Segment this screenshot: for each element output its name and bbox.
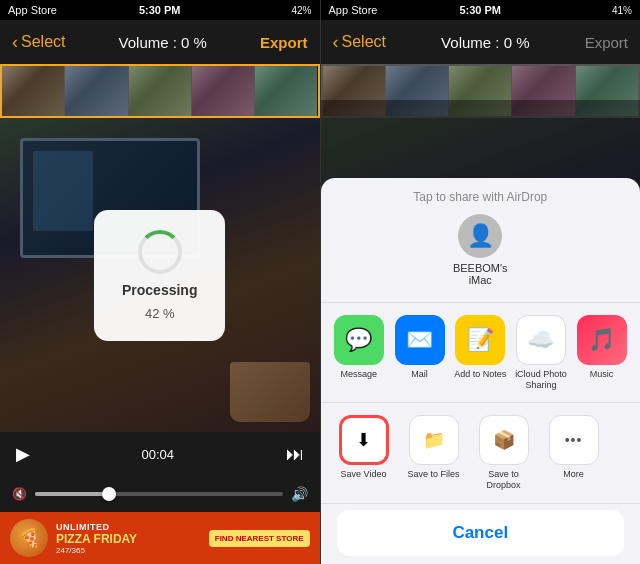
notes-label: Add to Notes xyxy=(454,369,506,380)
left-nav-title: Volume : 0 % xyxy=(119,34,207,51)
music-icon: 🎵 xyxy=(577,315,627,365)
cancel-button[interactable]: Cancel xyxy=(337,510,625,556)
time-display: 00:04 xyxy=(30,447,286,462)
right-carrier: App Store xyxy=(329,4,378,16)
message-label: Message xyxy=(341,369,378,380)
ad-line2: PIZZA FRIDAY xyxy=(56,532,137,546)
thumbnail-1[interactable] xyxy=(2,66,65,116)
left-chevron-icon: ‹ xyxy=(12,32,18,53)
mail-icon: ✉️ xyxy=(395,315,445,365)
thumbnail-3[interactable] xyxy=(129,66,192,116)
ad-line3: 247/365 xyxy=(56,546,137,555)
left-phone-panel: App Store 5:30 PM 42% ‹ Select Volume : … xyxy=(0,0,320,564)
volume-slider[interactable] xyxy=(35,492,283,496)
share-app-icloud[interactable]: ☁️ iCloud Photo Sharing xyxy=(514,315,568,391)
airdrop-label: Tap to share with AirDrop 👤 BEEBOM'siMac xyxy=(321,178,641,303)
hand-silhouette xyxy=(230,362,310,422)
right-export-button[interactable]: Export xyxy=(585,34,628,51)
right-battery: 41% xyxy=(612,5,632,16)
volume-fill xyxy=(35,492,109,496)
avatar-icon: 👤 xyxy=(467,223,494,249)
right-status-bar: App Store 5:30 PM 41% xyxy=(321,0,641,20)
music-label: Music xyxy=(590,369,614,380)
left-playback-bar: ▶ 00:04 ⏭ xyxy=(0,432,320,476)
share-sheet-overlay[interactable]: Tap to share with AirDrop 👤 BEEBOM'siMac… xyxy=(321,100,641,564)
notes-icon: 📝 xyxy=(455,315,505,365)
mail-label: Mail xyxy=(411,369,428,380)
share-sheet: Tap to share with AirDrop 👤 BEEBOM'siMac… xyxy=(321,178,641,564)
left-back-button[interactable]: ‹ Select xyxy=(12,32,65,53)
left-export-button[interactable]: Export xyxy=(260,34,308,51)
play-button[interactable]: ▶ xyxy=(16,443,30,465)
left-nav-bar: ‹ Select Volume : 0 % Export xyxy=(0,20,320,64)
right-chevron-icon: ‹ xyxy=(333,32,339,53)
left-back-label: Select xyxy=(21,33,65,51)
message-icon: 💬 xyxy=(334,315,384,365)
ad-text: UNLIMITED PIZZA FRIDAY 247/365 xyxy=(56,522,137,555)
save-files-label: Save to Files xyxy=(407,469,459,480)
save-video-icon: ⬇ xyxy=(339,415,389,465)
save-video-icon-symbol: ⬇ xyxy=(356,429,371,451)
share-app-mail[interactable]: ✉️ Mail xyxy=(393,315,447,391)
thumbnail-2[interactable] xyxy=(65,66,128,116)
share-apps-row: 💬 Message ✉️ Mail 📝 Add to Notes ☁️ iClo… xyxy=(321,303,641,404)
right-back-label: Select xyxy=(342,33,386,51)
pizza-logo: 🍕 xyxy=(10,519,48,557)
right-time: 5:30 PM xyxy=(459,4,501,16)
right-phone-panel: App Store 5:30 PM 41% ‹ Select Volume : … xyxy=(321,0,641,564)
more-icon-symbol: ••• xyxy=(565,432,583,448)
more-icon: ••• xyxy=(549,415,599,465)
action-more[interactable]: ••• More xyxy=(547,415,601,491)
thumbnail-4[interactable] xyxy=(192,66,255,116)
left-battery: 42% xyxy=(291,5,311,16)
ad-cta-button[interactable]: FIND NEAREST STORE xyxy=(209,530,310,547)
share-actions-row: ⬇ Save Video 📁 Save to Files 📦 Save to D… xyxy=(321,403,641,504)
icloud-label: iCloud Photo Sharing xyxy=(514,369,568,391)
left-ad-banner[interactable]: 🍕 UNLIMITED PIZZA FRIDAY 247/365 FIND NE… xyxy=(0,512,320,564)
right-back-button[interactable]: ‹ Select xyxy=(333,32,386,53)
left-volume-bar: 🔇 🔊 xyxy=(0,476,320,512)
skip-to-end-button[interactable]: ⏭ xyxy=(286,444,304,465)
share-app-notes[interactable]: 📝 Add to Notes xyxy=(453,315,507,391)
ad-line1: UNLIMITED xyxy=(56,522,137,532)
left-thumbnails xyxy=(2,66,318,116)
icloud-icon: ☁️ xyxy=(516,315,566,365)
screen-glow xyxy=(33,151,93,231)
processing-spinner xyxy=(138,230,182,274)
processing-overlay: Processing 42 % xyxy=(94,210,225,341)
right-nav-bar: ‹ Select Volume : 0 % Export xyxy=(321,20,641,64)
left-time: 5:30 PM xyxy=(139,4,181,16)
save-files-icon: 📁 xyxy=(409,415,459,465)
action-save-files[interactable]: 📁 Save to Files xyxy=(407,415,461,491)
share-app-message[interactable]: 💬 Message xyxy=(332,315,386,391)
device-name: BEEBOM'siMac xyxy=(453,262,508,286)
save-dropbox-icon-symbol: 📦 xyxy=(493,429,515,451)
left-carrier: App Store xyxy=(8,4,57,16)
action-save-video[interactable]: ⬇ Save Video xyxy=(337,415,391,491)
share-app-music[interactable]: 🎵 Music xyxy=(575,315,629,391)
volume-thumb[interactable] xyxy=(102,487,116,501)
right-nav-title: Volume : 0 % xyxy=(441,34,529,51)
right-status-icons: 41% xyxy=(612,5,632,16)
processing-percent: 42 % xyxy=(145,306,175,321)
action-save-dropbox[interactable]: 📦 Save to Dropbox xyxy=(477,415,531,491)
volume-max-icon: 🔊 xyxy=(291,486,308,502)
airdrop-label-text: Tap to share with AirDrop xyxy=(413,190,547,204)
save-dropbox-icon: 📦 xyxy=(479,415,529,465)
more-label: More xyxy=(563,469,584,480)
left-video-area: Processing 42 % xyxy=(0,118,320,432)
save-video-label: Save Video xyxy=(341,469,387,480)
save-files-icon-symbol: 📁 xyxy=(423,429,445,451)
save-dropbox-label: Save to Dropbox xyxy=(477,469,531,491)
cancel-row: Cancel xyxy=(321,504,641,564)
left-status-bar: App Store 5:30 PM 42% xyxy=(0,0,320,20)
airdrop-device[interactable]: 👤 BEEBOM'siMac xyxy=(337,204,625,294)
left-status-icons: 42% xyxy=(291,5,311,16)
thumbnail-5[interactable] xyxy=(255,66,317,116)
device-avatar: 👤 xyxy=(458,214,502,258)
mute-icon[interactable]: 🔇 xyxy=(12,487,27,501)
left-timeline-strip[interactable] xyxy=(0,64,320,118)
processing-label: Processing xyxy=(122,282,197,298)
